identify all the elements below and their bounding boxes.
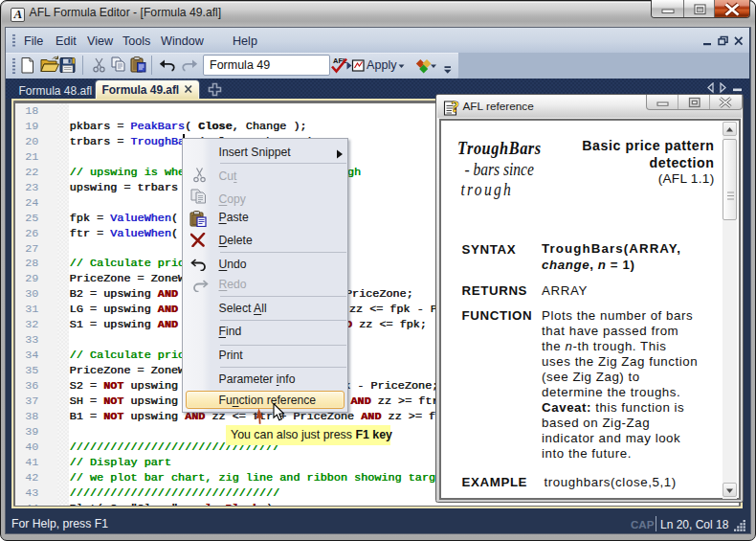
svg-text:?: ? [451, 98, 458, 116]
